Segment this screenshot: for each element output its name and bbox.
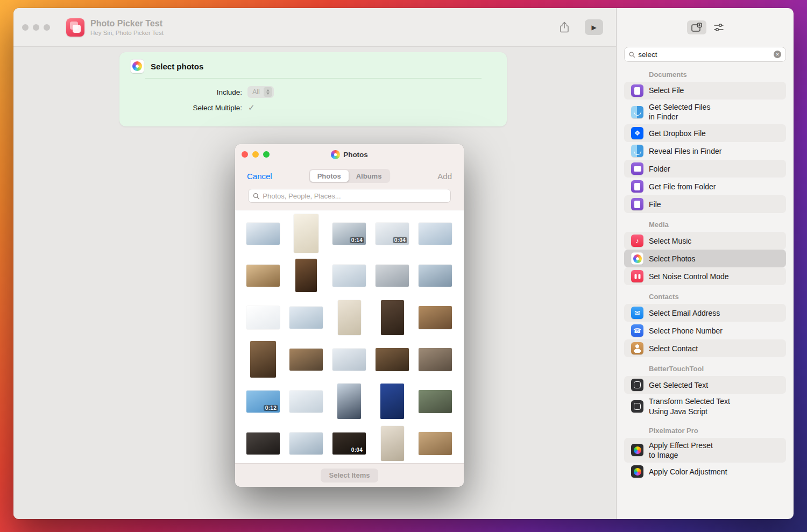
dialog-zoom-button[interactable] [263,151,270,158]
photo-thumbnail[interactable] [414,422,457,463]
dialog-search-row [235,187,464,210]
action-list-item[interactable]: Select Phone Number [624,322,786,339]
action-list-item[interactable]: Select Email Address [624,304,786,322]
action-list-item[interactable]: File [624,195,786,213]
action-list-item[interactable]: Reveal Files in Finder [624,142,786,160]
photos-search-input[interactable] [263,192,446,200]
photo-thumbnail[interactable] [242,212,285,254]
action-label: Get Selected Files in Finder [649,102,710,122]
action-label: Apply Color Adjustment [649,467,727,477]
photo-thumbnail[interactable] [242,422,285,463]
photo-image [419,265,452,287]
photo-thumbnail[interactable] [328,338,371,380]
tab-albums[interactable]: Albums [349,170,390,182]
photo-thumbnail[interactable] [371,338,414,380]
photo-thumbnail[interactable]: 0:04 [371,212,414,254]
action-list-item[interactable]: Apply Effect Preset to Image [624,438,786,463]
video-duration-badge: 0:04 [350,447,364,453]
include-dropdown[interactable]: All [247,86,274,98]
close-button[interactable] [22,24,29,31]
minimize-button[interactable] [33,24,39,31]
action-list-item[interactable]: Select Photos [624,250,786,267]
photo-thumbnail[interactable] [328,296,371,338]
action-list-item[interactable]: Select Contact [624,339,786,357]
select-photos-action[interactable]: Select photos Include: All Select Multip… [119,52,507,126]
video-duration-badge: 0:14 [350,237,364,243]
shortcut-settings-button[interactable] [714,23,724,32]
btt-icon [631,379,643,391]
dialog-minimize-button[interactable] [252,151,259,158]
action-list-item[interactable]: Get File from Folder [624,178,786,195]
photo-thumbnail[interactable] [371,422,414,463]
action-list-item[interactable]: Get Dropbox File [624,124,786,142]
action-library-button[interactable] [687,20,706,34]
cancel-button[interactable]: Cancel [247,172,272,181]
action-search-field[interactable] [624,47,786,62]
titlebar-titles: Photo Picker Test Hey Siri, Photo Picker… [90,19,164,36]
dialog-footer: Select Items [235,463,464,487]
photos-albums-segmented-control: Photos Albums [309,169,391,183]
action-label: Select Email Address [649,308,720,318]
photo-image [419,223,452,245]
action-search-input[interactable] [638,51,770,59]
photo-thumbnail[interactable] [328,380,371,422]
photos-picker-dialog: Photos Cancel Photos Albums Add [235,144,464,487]
photo-thumbnail[interactable] [414,254,457,296]
photo-thumbnail[interactable] [371,254,414,296]
photo-thumbnail[interactable] [414,338,457,380]
photo-thumbnail[interactable] [328,254,371,296]
window-controls [22,24,50,31]
photo-thumbnail[interactable] [414,212,457,254]
finder-icon [631,145,643,157]
action-list-item[interactable]: Select Music [624,232,786,250]
photo-thumbnail[interactable]: 0:12 [242,380,285,422]
action-list-item[interactable]: Get Selected Files in Finder [624,100,786,124]
photo-image [381,426,404,461]
photo-thumbnail[interactable] [242,338,285,380]
photo-thumbnail[interactable] [414,296,457,338]
photo-thumbnail[interactable] [371,296,414,338]
photo-thumbnail[interactable] [242,254,285,296]
action-list-item[interactable]: Get Selected Text [624,376,786,394]
photo-thumbnail[interactable] [285,380,328,422]
action-header: Select photos [119,52,507,78]
dropbox-icon [631,127,643,139]
zoom-button[interactable] [44,24,50,31]
video-duration-badge: 0:12 [264,405,278,411]
dialog-close-button[interactable] [242,151,248,158]
photo-thumbnail[interactable] [242,296,285,338]
photo-thumbnail[interactable] [285,296,328,338]
photo-thumbnail[interactable]: 0:14 [328,212,371,254]
photo-image [376,348,409,371]
photos-search-field[interactable] [248,189,451,203]
photo-image [419,390,452,413]
clear-search-icon[interactable] [774,51,781,58]
photo-image [337,384,361,419]
action-section-title: Media [649,221,786,229]
action-list-item[interactable]: Folder [624,160,786,178]
photo-thumbnail[interactable] [414,380,457,422]
noise-icon [631,270,643,282]
photo-image [250,341,276,378]
action-list-item[interactable]: Select File [624,82,786,100]
add-button[interactable]: Add [437,172,452,181]
photo-thumbnail[interactable] [285,338,328,380]
run-button[interactable] [585,19,603,35]
action-list-item[interactable]: Transform Selected Text Using Java Scrip… [624,394,786,418]
photo-thumbnail[interactable] [371,380,414,422]
action-divider [145,78,482,79]
select-items-button[interactable]: Select Items [321,469,379,483]
share-button[interactable] [559,21,570,34]
photo-thumbnail[interactable] [285,212,328,254]
photo-thumbnail[interactable]: 0:04 [328,422,371,463]
action-library-icon [691,23,702,32]
action-list-item[interactable]: Apply Color Adjustment [624,463,786,480]
photo-thumbnail[interactable] [285,254,328,296]
file-icon [631,180,643,193]
photo-image [419,432,452,455]
action-list-item[interactable]: Set Noise Control Mode [624,267,786,285]
select-multiple-checkbox[interactable] [248,103,255,112]
photo-thumbnail[interactable] [285,422,328,463]
email-icon [631,307,643,319]
tab-photos[interactable]: Photos [310,170,349,182]
